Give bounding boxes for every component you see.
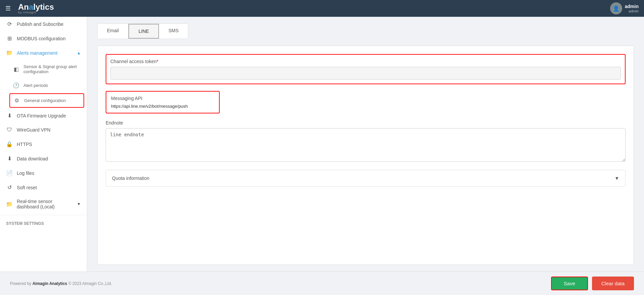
channel-token-input[interactable]	[110, 67, 621, 80]
publish-subscribe-icon: ⟳	[6, 21, 13, 27]
clock-icon: 🕐	[13, 82, 19, 89]
tab-line-label: LINE	[139, 29, 149, 34]
sidebar-label: HTTPS	[17, 142, 32, 147]
tab-sms[interactable]: SMS	[159, 24, 188, 39]
tab-email[interactable]: Email	[98, 24, 128, 39]
quota-header[interactable]: Quota information ▼	[106, 170, 625, 186]
sidebar-item-realtime-dashboard[interactable]: 📁 Real-time sensor dashboard (Local) ▼	[0, 195, 87, 213]
shield-icon: 🛡	[6, 127, 13, 133]
navbar-brand: ☰ Analytics by Aimagin	[5, 3, 610, 14]
footer-buttons: Save Clear data	[551, 277, 634, 290]
sidebar-item-ota-firmware[interactable]: ⬇ OTA Firmware Upgrade	[0, 108, 87, 123]
quota-section: Quota information ▼	[106, 170, 626, 187]
sidebar-item-alerts-management[interactable]: 📁 Alerts management ▲	[0, 46, 87, 60]
sidebar-item-wireguard-vpn[interactable]: 🛡 WireGuard VPN	[0, 123, 87, 137]
endnote-label: Endnote	[106, 120, 626, 126]
user-details: admin admin	[625, 4, 639, 13]
alerts-submenu: ◧ Sensor & Signal group alert configurat…	[0, 60, 87, 108]
app-body: ⟳ Publish and Subscribe ⊞ MODBUS configu…	[0, 17, 644, 272]
messaging-api-label: Messaging API	[111, 96, 214, 101]
logo-text: Analytics	[18, 3, 54, 11]
quota-chevron-icon: ▼	[614, 176, 619, 181]
system-settings-title: System settings	[0, 216, 87, 228]
gear-icon: ⚙	[13, 97, 20, 104]
sidebar-label: Data download	[17, 156, 48, 161]
sidebar-item-sensor-signal[interactable]: ◧ Sensor & Signal group alert configurat…	[7, 60, 87, 78]
messaging-api-section: Messaging API https://api.line.me/v2/bot…	[106, 91, 220, 113]
channel-token-section: Channel access token*	[106, 54, 626, 84]
sidebar-label: OTA Firmware Upgrade	[17, 113, 66, 118]
user-role: admin	[625, 9, 639, 13]
user-avatar: 👤	[610, 2, 622, 14]
footer-text: Powered by Aimagin Analytics © 2023 Aima…	[10, 281, 112, 286]
required-marker: *	[157, 59, 158, 64]
sidebar-label: Real-time sensor dashboard (Local)	[17, 199, 73, 209]
footer-brand: Aimagin Analytics	[33, 281, 67, 286]
sidebar: ⟳ Publish and Subscribe ⊞ MODBUS configu…	[0, 17, 87, 272]
logo-subtitle: by Aimagin	[18, 11, 54, 14]
app-logo: Analytics by Aimagin	[18, 3, 54, 14]
dashboard-icon: 📁	[6, 201, 13, 207]
clear-data-button[interactable]: Clear data	[592, 277, 634, 290]
chevron-up-icon: ▲	[77, 51, 81, 55]
download-icon: ⬇	[6, 155, 13, 162]
reset-icon: ↺	[6, 184, 13, 191]
endnote-section: Endnote line endnote	[106, 120, 626, 163]
tab-line[interactable]: LINE	[128, 24, 159, 39]
hamburger-icon[interactable]: ☰	[5, 5, 11, 12]
sidebar-item-modbus-config[interactable]: ⊞ MODBUS configuration	[0, 31, 87, 46]
quota-label: Quota information	[112, 176, 149, 181]
alerts-icon: 📁	[6, 50, 13, 56]
tab-bar: Email LINE SMS	[97, 23, 188, 39]
main-content: Email LINE SMS Channel access token* Mes…	[87, 17, 644, 272]
sensor-icon: ◧	[13, 66, 19, 72]
endnote-textarea[interactable]: line endnote	[106, 128, 626, 162]
footer-bar: Powered by Aimagin Analytics © 2023 Aima…	[0, 272, 644, 295]
user-name: admin	[625, 4, 639, 9]
sidebar-item-log-files[interactable]: 📄 Log files	[0, 166, 87, 180]
tab-email-label: Email	[107, 28, 119, 33]
avatar-icon: 👤	[613, 5, 620, 12]
file-icon: 📄	[6, 170, 13, 176]
user-info-area: 👤 admin admin	[610, 2, 639, 14]
ota-icon: ⬇	[6, 112, 13, 119]
sidebar-item-general-config[interactable]: ⚙ General configuration	[9, 93, 84, 108]
sidebar-label: General configuration	[24, 98, 66, 103]
messaging-api-value: https://api.line.me/v2/bot/message/push	[111, 104, 214, 109]
sidebar-label: Alert periods	[23, 83, 48, 88]
sidebar-label: Sensor & Signal group alert configuratio…	[23, 64, 81, 74]
sidebar-item-https[interactable]: 🔒 HTTPS	[0, 137, 87, 151]
sidebar-label: Log files	[17, 170, 34, 176]
sidebar-label: MODBUS configuration	[17, 36, 66, 41]
sidebar-label: WireGuard VPN	[17, 127, 50, 133]
sidebar-item-alert-periods[interactable]: 🕐 Alert periods	[7, 78, 87, 93]
sidebar-item-publish-subscribe[interactable]: ⟳ Publish and Subscribe	[0, 17, 87, 31]
form-container: Channel access token* Messaging API http…	[97, 46, 634, 265]
chevron-down-icon: ▼	[77, 202, 81, 206]
lock-icon: 🔒	[6, 141, 13, 147]
sidebar-item-data-download[interactable]: ⬇ Data download	[0, 151, 87, 166]
navbar: ☰ Analytics by Aimagin 👤 admin admin	[0, 0, 644, 17]
modbus-icon: ⊞	[6, 35, 13, 42]
sidebar-label: Publish and Subscribe	[17, 21, 63, 27]
sidebar-item-soft-reset[interactable]: ↺ Soft reset	[0, 180, 87, 195]
channel-token-label: Channel access token*	[110, 59, 621, 64]
save-button[interactable]: Save	[551, 277, 588, 290]
sidebar-label: Soft reset	[17, 185, 37, 190]
tab-sms-label: SMS	[168, 28, 178, 33]
sidebar-label: Alerts management	[17, 50, 57, 56]
